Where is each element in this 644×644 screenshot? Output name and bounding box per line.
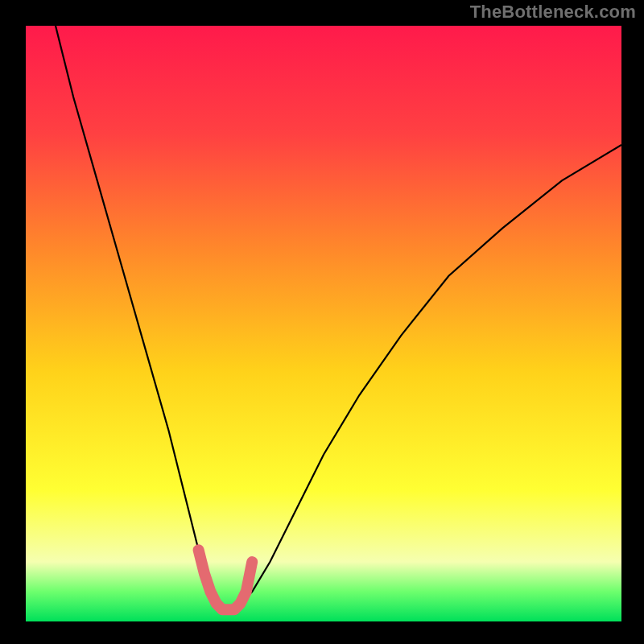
watermark-text: TheBottleneck.com [470,2,636,23]
chart-container: TheBottleneck.com [0,0,644,644]
plot-area [26,26,621,621]
gradient-background [26,26,621,621]
chart-svg [26,26,621,621]
